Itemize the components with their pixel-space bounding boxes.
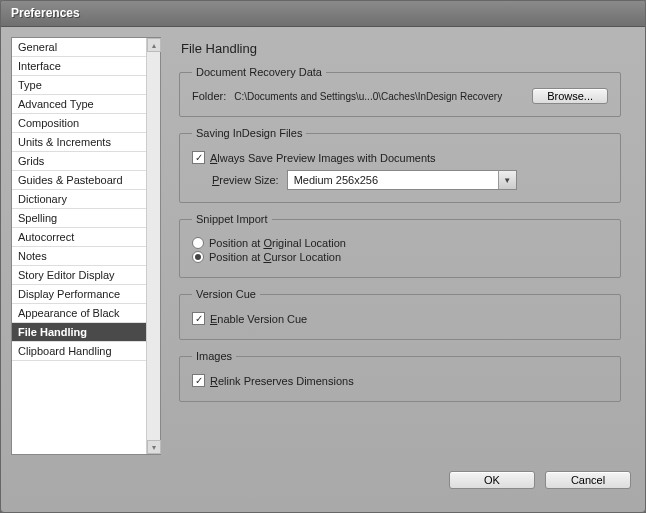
content-panel: File Handling Document Recovery Data Fol… bbox=[161, 37, 635, 461]
sidebar-item-advanced-type[interactable]: Advanced Type bbox=[12, 95, 146, 114]
position-original-radio[interactable]: Position at Original Location bbox=[192, 237, 608, 249]
document-recovery-group: Document Recovery Data Folder: C:\Docume… bbox=[179, 66, 621, 117]
images-group: Images ✓ Relink Preserves Dimensions bbox=[179, 350, 621, 402]
saving-files-legend: Saving InDesign Files bbox=[192, 127, 306, 139]
preview-size-label: Preview Size: bbox=[212, 174, 279, 186]
version-cue-legend: Version Cue bbox=[192, 288, 260, 300]
chevron-down-icon: ▼ bbox=[498, 171, 516, 189]
sidebar-item-dictionary[interactable]: Dictionary bbox=[12, 190, 146, 209]
position-cursor-label: Position at Cursor Location bbox=[209, 251, 341, 263]
saving-files-group: Saving InDesign Files ✓ Always Save Prev… bbox=[179, 127, 621, 203]
sidebar-item-appearance-of-black[interactable]: Appearance of Black bbox=[12, 304, 146, 323]
sidebar-item-spelling[interactable]: Spelling bbox=[12, 209, 146, 228]
always-save-preview-checkbox[interactable]: ✓ Always Save Preview Images with Docume… bbox=[192, 151, 608, 164]
sidebar-item-composition[interactable]: Composition bbox=[12, 114, 146, 133]
sidebar-item-clipboard-handling[interactable]: Clipboard Handling bbox=[12, 342, 146, 361]
dialog-footer: OK Cancel bbox=[1, 467, 645, 489]
preview-size-select[interactable]: Medium 256x256 ▼ bbox=[287, 170, 517, 190]
sidebar-item-interface[interactable]: Interface bbox=[12, 57, 146, 76]
sidebar-item-story-editor-display[interactable]: Story Editor Display bbox=[12, 266, 146, 285]
scroll-down-icon[interactable]: ▾ bbox=[147, 440, 161, 454]
sidebar-scrollbar[interactable]: ▴ ▾ bbox=[146, 38, 160, 454]
radio-icon bbox=[192, 237, 204, 249]
images-legend: Images bbox=[192, 350, 236, 362]
sidebar-item-display-performance[interactable]: Display Performance bbox=[12, 285, 146, 304]
relink-preserves-checkbox[interactable]: ✓ Relink Preserves Dimensions bbox=[192, 374, 608, 387]
preview-size-value: Medium 256x256 bbox=[294, 174, 378, 186]
version-cue-group: Version Cue ✓ Enable Version Cue bbox=[179, 288, 621, 340]
enable-version-cue-label: Enable Version Cue bbox=[210, 313, 307, 325]
sidebar-item-general[interactable]: General bbox=[12, 38, 146, 57]
position-original-label: Position at Original Location bbox=[209, 237, 346, 249]
checkbox-icon: ✓ bbox=[192, 374, 205, 387]
checkbox-icon: ✓ bbox=[192, 312, 205, 325]
radio-icon bbox=[192, 251, 204, 263]
document-recovery-legend: Document Recovery Data bbox=[192, 66, 326, 78]
sidebar-item-notes[interactable]: Notes bbox=[12, 247, 146, 266]
window-titlebar[interactable]: Preferences bbox=[1, 1, 645, 27]
sidebar-item-guides-pasteboard[interactable]: Guides & Pasteboard bbox=[12, 171, 146, 190]
always-save-preview-label: Always Save Preview Images with Document… bbox=[210, 152, 436, 164]
checkbox-icon: ✓ bbox=[192, 151, 205, 164]
browse-button[interactable]: Browse... bbox=[532, 88, 608, 104]
sidebar-item-autocorrect[interactable]: Autocorrect bbox=[12, 228, 146, 247]
snippet-import-group: Snippet Import Position at Original Loca… bbox=[179, 213, 621, 278]
preferences-window: Preferences GeneralInterfaceTypeAdvanced… bbox=[0, 0, 646, 513]
sidebar-item-file-handling[interactable]: File Handling bbox=[12, 323, 146, 342]
scroll-up-icon[interactable]: ▴ bbox=[147, 38, 161, 52]
sidebar-item-units-increments[interactable]: Units & Increments bbox=[12, 133, 146, 152]
folder-path-text: C:\Documents and Settings\u...0\Caches\I… bbox=[234, 91, 524, 102]
enable-version-cue-checkbox[interactable]: ✓ Enable Version Cue bbox=[192, 312, 608, 325]
window-title: Preferences bbox=[11, 6, 80, 20]
category-sidebar: GeneralInterfaceTypeAdvanced TypeComposi… bbox=[11, 37, 161, 455]
sidebar-item-grids[interactable]: Grids bbox=[12, 152, 146, 171]
snippet-import-legend: Snippet Import bbox=[192, 213, 272, 225]
page-title: File Handling bbox=[181, 41, 621, 56]
sidebar-item-type[interactable]: Type bbox=[12, 76, 146, 95]
folder-label: Folder: bbox=[192, 90, 226, 102]
relink-preserves-label: Relink Preserves Dimensions bbox=[210, 375, 354, 387]
window-body: GeneralInterfaceTypeAdvanced TypeComposi… bbox=[1, 27, 645, 467]
ok-button[interactable]: OK bbox=[449, 471, 535, 489]
position-cursor-radio[interactable]: Position at Cursor Location bbox=[192, 251, 608, 263]
cancel-button[interactable]: Cancel bbox=[545, 471, 631, 489]
